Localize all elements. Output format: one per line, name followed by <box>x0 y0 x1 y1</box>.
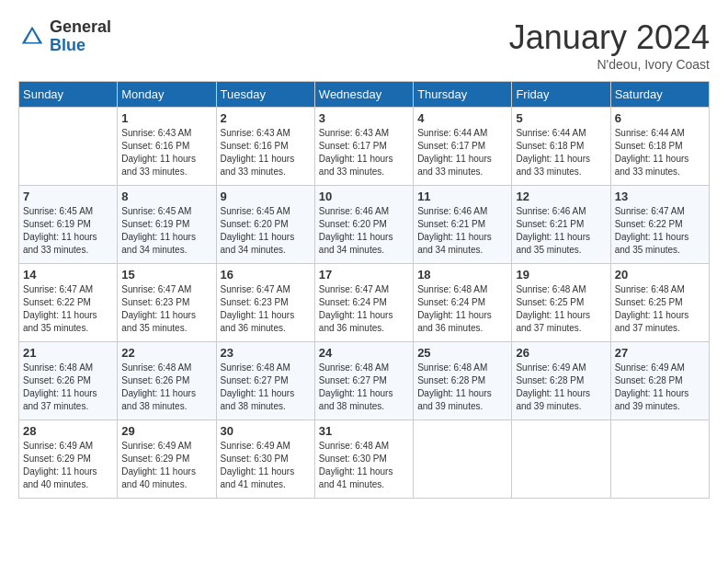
sunset-text: Sunset: 6:29 PM <box>23 454 91 464</box>
day-info: Sunrise: 6:49 AMSunset: 6:28 PMDaylight:… <box>516 362 606 413</box>
daylight-text: Daylight: 11 hours and 33 minutes. <box>23 232 97 255</box>
day-info: Sunrise: 6:45 AMSunset: 6:20 PMDaylight:… <box>221 205 311 257</box>
day-info: Sunrise: 6:48 AMSunset: 6:25 PMDaylight:… <box>615 283 705 335</box>
calendar-cell: 11Sunrise: 6:46 AMSunset: 6:21 PMDayligh… <box>414 186 512 264</box>
day-number: 13 <box>615 190 705 203</box>
sunset-text: Sunset: 6:30 PM <box>221 454 289 464</box>
day-info: Sunrise: 6:46 AMSunset: 6:20 PMDaylight:… <box>319 205 409 257</box>
daylight-text: Daylight: 11 hours and 35 minutes. <box>516 232 590 255</box>
header-row: SundayMondayTuesdayWednesdayThursdayFrid… <box>19 82 710 108</box>
sunset-text: Sunset: 6:28 PM <box>516 375 584 385</box>
daylight-text: Daylight: 11 hours and 35 minutes. <box>23 310 97 333</box>
title-block: January 2024 N'deou, Ivory Coast <box>509 18 710 72</box>
calendar-cell: 4Sunrise: 6:44 AMSunset: 6:17 PMDaylight… <box>414 108 512 186</box>
day-info: Sunrise: 6:43 AMSunset: 6:16 PMDaylight:… <box>221 127 311 178</box>
day-info: Sunrise: 6:48 AMSunset: 6:26 PMDaylight:… <box>23 362 113 413</box>
sunrise-text: Sunrise: 6:48 AM <box>417 284 487 294</box>
sunrise-text: Sunrise: 6:44 AM <box>417 128 487 138</box>
sunset-text: Sunset: 6:19 PM <box>121 219 189 229</box>
sunset-text: Sunset: 6:30 PM <box>319 454 387 464</box>
calendar-table: SundayMondayTuesdayWednesdayThursdayFrid… <box>18 81 710 499</box>
calendar-cell: 22Sunrise: 6:48 AMSunset: 6:26 PMDayligh… <box>118 342 216 420</box>
calendar-cell: 25Sunrise: 6:48 AMSunset: 6:28 PMDayligh… <box>414 342 512 420</box>
sunrise-text: Sunrise: 6:48 AM <box>121 362 191 373</box>
day-number: 7 <box>23 190 113 203</box>
sunset-text: Sunset: 6:27 PM <box>221 375 289 385</box>
logo-text: General Blue <box>50 18 111 55</box>
day-number: 30 <box>221 424 311 438</box>
daylight-text: Daylight: 11 hours and 39 minutes. <box>516 388 590 411</box>
sunset-text: Sunset: 6:24 PM <box>319 297 387 307</box>
calendar-week-row: 21Sunrise: 6:48 AMSunset: 6:26 PMDayligh… <box>19 342 710 420</box>
day-of-week-header: Saturday <box>610 82 709 108</box>
day-number: 3 <box>319 111 409 125</box>
sunrise-text: Sunrise: 6:48 AM <box>319 441 389 451</box>
day-number: 27 <box>615 346 705 360</box>
sunset-text: Sunset: 6:23 PM <box>121 297 189 307</box>
day-info: Sunrise: 6:47 AMSunset: 6:24 PMDaylight:… <box>319 283 409 335</box>
sunrise-text: Sunrise: 6:45 AM <box>23 206 93 216</box>
day-number: 8 <box>121 190 211 203</box>
day-info: Sunrise: 6:47 AMSunset: 6:23 PMDaylight:… <box>221 283 311 335</box>
day-number: 19 <box>516 268 606 282</box>
calendar-header: SundayMondayTuesdayWednesdayThursdayFrid… <box>19 82 710 108</box>
calendar-week-row: 14Sunrise: 6:47 AMSunset: 6:22 PMDayligh… <box>19 264 710 342</box>
day-info: Sunrise: 6:48 AMSunset: 6:28 PMDaylight:… <box>417 362 507 413</box>
day-number: 28 <box>23 424 113 438</box>
day-number: 26 <box>516 346 606 360</box>
sunset-text: Sunset: 6:26 PM <box>121 375 189 385</box>
day-info: Sunrise: 6:48 AMSunset: 6:26 PMDaylight:… <box>121 362 211 413</box>
sunrise-text: Sunrise: 6:47 AM <box>615 206 685 216</box>
calendar-cell: 12Sunrise: 6:46 AMSunset: 6:21 PMDayligh… <box>512 186 610 264</box>
sunrise-text: Sunrise: 6:48 AM <box>417 362 487 373</box>
sunset-text: Sunset: 6:18 PM <box>516 141 584 151</box>
sunrise-text: Sunrise: 6:47 AM <box>121 284 191 294</box>
day-info: Sunrise: 6:49 AMSunset: 6:30 PMDaylight:… <box>221 440 311 491</box>
daylight-text: Daylight: 11 hours and 37 minutes. <box>615 310 689 333</box>
day-info: Sunrise: 6:49 AMSunset: 6:29 PMDaylight:… <box>121 440 211 491</box>
day-info: Sunrise: 6:49 AMSunset: 6:29 PMDaylight:… <box>23 440 113 491</box>
day-number: 5 <box>516 111 606 125</box>
daylight-text: Daylight: 11 hours and 37 minutes. <box>23 388 97 411</box>
day-info: Sunrise: 6:44 AMSunset: 6:17 PMDaylight:… <box>417 127 507 178</box>
day-number: 12 <box>516 190 606 203</box>
sunset-text: Sunset: 6:18 PM <box>615 141 683 151</box>
day-number: 23 <box>221 346 311 360</box>
sunrise-text: Sunrise: 6:49 AM <box>23 441 93 451</box>
day-number: 24 <box>319 346 409 360</box>
sunset-text: Sunset: 6:17 PM <box>319 141 387 151</box>
sunrise-text: Sunrise: 6:47 AM <box>221 284 290 294</box>
daylight-text: Daylight: 11 hours and 33 minutes. <box>516 154 590 177</box>
day-info: Sunrise: 6:48 AMSunset: 6:25 PMDaylight:… <box>516 283 606 335</box>
logo-general: General <box>50 18 111 37</box>
daylight-text: Daylight: 11 hours and 37 minutes. <box>516 310 590 333</box>
daylight-text: Daylight: 11 hours and 34 minutes. <box>121 232 196 255</box>
calendar-cell: 31Sunrise: 6:48 AMSunset: 6:30 PMDayligh… <box>314 420 413 499</box>
calendar-cell: 2Sunrise: 6:43 AMSunset: 6:16 PMDaylight… <box>216 108 314 186</box>
day-number: 4 <box>417 111 507 125</box>
logo: General Blue <box>18 18 111 55</box>
daylight-text: Daylight: 11 hours and 36 minutes. <box>221 310 295 333</box>
sunset-text: Sunset: 6:28 PM <box>615 375 683 385</box>
calendar-cell <box>414 420 512 499</box>
day-info: Sunrise: 6:47 AMSunset: 6:22 PMDaylight:… <box>23 283 113 335</box>
calendar-cell: 10Sunrise: 6:46 AMSunset: 6:20 PMDayligh… <box>314 186 413 264</box>
day-number: 15 <box>121 268 211 282</box>
day-number: 20 <box>615 268 705 282</box>
sunrise-text: Sunrise: 6:46 AM <box>417 206 487 216</box>
calendar-cell: 14Sunrise: 6:47 AMSunset: 6:22 PMDayligh… <box>19 264 118 342</box>
sunrise-text: Sunrise: 6:44 AM <box>516 128 586 138</box>
day-number: 18 <box>417 268 507 282</box>
sunset-text: Sunset: 6:23 PM <box>221 297 289 307</box>
daylight-text: Daylight: 11 hours and 41 minutes. <box>319 466 393 489</box>
calendar-cell: 30Sunrise: 6:49 AMSunset: 6:30 PMDayligh… <box>216 420 314 499</box>
day-info: Sunrise: 6:44 AMSunset: 6:18 PMDaylight:… <box>516 127 606 178</box>
calendar-cell <box>19 108 118 186</box>
sunset-text: Sunset: 6:20 PM <box>319 219 387 229</box>
sunset-text: Sunset: 6:16 PM <box>221 141 289 151</box>
calendar-cell: 9Sunrise: 6:45 AMSunset: 6:20 PMDaylight… <box>216 186 314 264</box>
calendar-cell: 5Sunrise: 6:44 AMSunset: 6:18 PMDaylight… <box>512 108 610 186</box>
daylight-text: Daylight: 11 hours and 35 minutes. <box>121 310 196 333</box>
sunrise-text: Sunrise: 6:47 AM <box>23 284 93 294</box>
daylight-text: Daylight: 11 hours and 33 minutes. <box>417 154 492 177</box>
